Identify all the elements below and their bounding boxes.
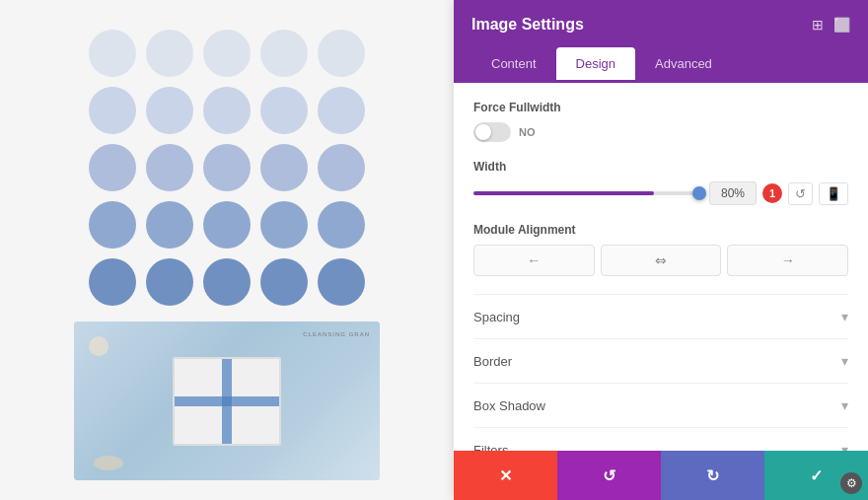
circles-grid <box>89 30 365 306</box>
settings-icon[interactable]: ⊞ <box>812 17 824 33</box>
circle-16 <box>146 201 193 249</box>
tab-advanced[interactable]: Advanced <box>635 47 732 83</box>
circle-17 <box>203 201 251 249</box>
align-left-btn[interactable]: ← <box>473 245 595 276</box>
border-section[interactable]: Border ▾ <box>473 338 848 383</box>
panel-header-icons: ⊞ ⬜ <box>812 17 850 33</box>
spacing-section[interactable]: Spacing ▾ <box>473 294 848 338</box>
panel-footer: ✕ ↺ ↻ ✓ <box>454 451 868 500</box>
force-fullwidth-label: Force Fullwidth <box>473 101 848 114</box>
slider-thumb[interactable] <box>692 186 706 200</box>
box-shadow-section[interactable]: Box Shadow ▾ <box>473 383 848 427</box>
width-value[interactable]: 80% <box>709 181 757 205</box>
tab-design[interactable]: Design <box>556 47 635 83</box>
circle-18 <box>260 201 308 249</box>
filters-section[interactable]: Filters ▾ <box>473 427 848 451</box>
slider-row: 80% 1 ↺ 📱 <box>473 181 848 205</box>
width-group: Width 80% 1 ↺ 📱 <box>473 160 848 205</box>
spacing-chevron: ▾ <box>841 309 848 324</box>
box-shadow-chevron: ▾ <box>841 397 848 413</box>
circle-9 <box>318 87 365 134</box>
circle-19 <box>318 201 365 249</box>
panel-header: Image Settings ⊞ ⬜ Content Design Advanc… <box>454 0 868 83</box>
width-badge: 1 <box>762 183 782 203</box>
right-panel: Image Settings ⊞ ⬜ Content Design Advanc… <box>454 0 868 500</box>
circle-21 <box>146 258 193 306</box>
tabs-row: Content Design Advanced <box>471 47 850 83</box>
spacing-label: Spacing <box>473 310 520 324</box>
tab-content[interactable]: Content <box>471 47 556 83</box>
force-fullwidth-toggle[interactable] <box>473 122 511 142</box>
alignment-buttons: ← ⇔ → <box>473 245 848 276</box>
device-width-button[interactable]: 📱 <box>819 182 848 205</box>
circle-10 <box>89 144 136 191</box>
width-label: Width <box>473 160 848 174</box>
filters-label: Filters <box>473 443 508 452</box>
circle-13 <box>260 144 308 191</box>
circle-3 <box>260 30 308 77</box>
circle-1 <box>146 30 193 77</box>
circle-23 <box>260 258 308 306</box>
cancel-button[interactable]: ✕ <box>454 451 557 500</box>
circle-24 <box>318 258 365 306</box>
module-alignment-group: Module Alignment ← ⇔ → <box>473 223 848 276</box>
circle-7 <box>203 87 251 134</box>
circle-2 <box>203 30 251 77</box>
circle-15 <box>89 201 136 249</box>
toggle-row: NO <box>473 122 848 142</box>
border-chevron: ▾ <box>841 353 848 369</box>
slider-fill <box>473 191 654 195</box>
circle-22 <box>203 258 251 306</box>
module-alignment-label: Module Alignment <box>473 223 848 237</box>
circle-8 <box>260 87 308 134</box>
box-shadow-label: Box Shadow <box>473 398 545 413</box>
redo-button[interactable]: ↻ <box>661 451 764 500</box>
force-fullwidth-group: Force Fullwidth NO <box>473 101 848 142</box>
circle-0 <box>89 30 136 77</box>
circle-11 <box>146 144 193 191</box>
circle-4 <box>318 30 365 77</box>
photo-image: CLEANSING GRAN <box>74 321 380 480</box>
border-label: Border <box>473 354 512 369</box>
circle-12 <box>203 144 251 191</box>
panel-body: Force Fullwidth NO Width 80% 1 ↺ <box>454 83 868 451</box>
toggle-knob <box>475 124 491 140</box>
undo-button[interactable]: ↺ <box>557 451 661 500</box>
circle-6 <box>146 87 193 134</box>
slider-value-box: 80% 1 ↺ 📱 <box>709 181 848 205</box>
circle-14 <box>318 144 365 191</box>
reset-width-button[interactable]: ↺ <box>788 182 813 205</box>
width-slider-track[interactable] <box>473 191 699 195</box>
expand-icon[interactable]: ⬜ <box>833 17 850 33</box>
corner-settings-icon[interactable]: ⚙ <box>840 472 862 494</box>
circle-5 <box>89 87 136 134</box>
panel-title: Image Settings <box>471 16 584 34</box>
align-center-btn[interactable]: ⇔ <box>601 245 722 276</box>
align-right-btn[interactable]: → <box>727 245 848 276</box>
left-panel: CLEANSING GRAN <box>0 0 454 500</box>
toggle-label: NO <box>519 126 536 138</box>
filters-chevron: ▾ <box>841 442 848 451</box>
circle-20 <box>89 258 136 306</box>
